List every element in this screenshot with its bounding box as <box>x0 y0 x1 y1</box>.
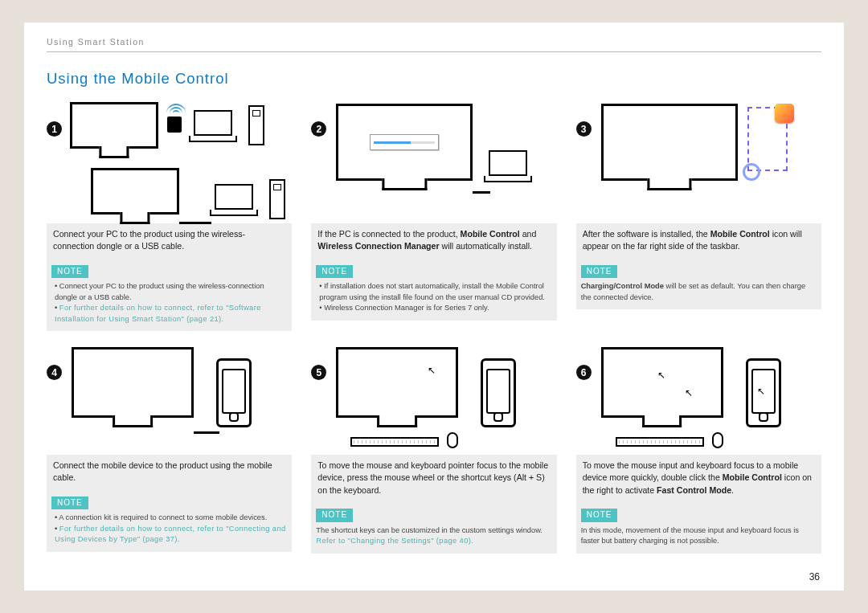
note-badge: NOTE <box>581 509 618 522</box>
note-text: In this mode, movement of the mouse inpu… <box>581 525 817 547</box>
step-caption: After the software is installed, the Mob… <box>576 223 821 258</box>
step-number: 4 <box>47 365 62 380</box>
note-block: NOTE Charging/Control Mode will be set a… <box>576 258 821 309</box>
note-block: NOTE Connect your PC to the product usin… <box>47 258 292 331</box>
step-caption: Connect your PC to the product using the… <box>47 223 292 258</box>
breadcrumb: Using Smart Station <box>47 37 821 52</box>
note-badge: NOTE <box>316 265 353 279</box>
cursor-icon: ↖ <box>685 387 693 398</box>
step-1: 1 <box>47 99 292 331</box>
step-2: 2 If the PC is connected to the product,… <box>311 99 556 331</box>
step-caption: Connect the mobile device to the product… <box>47 455 292 489</box>
mouse-icon <box>712 432 723 448</box>
note-item: For further details on how to connect, r… <box>55 303 287 325</box>
keyboard-icon <box>350 437 439 447</box>
note-badge: NOTE <box>51 497 88 510</box>
note-block: NOTE In this mode, movement of the mouse… <box>576 501 821 553</box>
cursor-icon: ↖ <box>428 365 436 376</box>
step-5: 5 ↖ To move the mouse and keyboard point… <box>311 342 556 554</box>
note-block: NOTE If installation does not start auto… <box>311 258 556 321</box>
note-item: A connection kit is required to connect … <box>55 513 287 523</box>
note-item: For further details on how to connect, r… <box>55 524 287 546</box>
note-badge: NOTE <box>316 509 353 522</box>
note-text: The shortcut keys can be customized in t… <box>316 525 551 547</box>
step-number: 2 <box>311 121 326 137</box>
note-badge: NOTE <box>51 265 88 279</box>
step-4: 4 Connect the mobile device to the produ… <box>47 342 292 554</box>
mobile-control-icon <box>775 104 794 123</box>
mouse-icon <box>447 432 458 448</box>
step-6: 6 ↖ ↖ ↖ To move the mouse input and keyb… <box>576 342 821 554</box>
step-3: 3 After the software is installed, the M… <box>576 99 821 331</box>
step-caption: To move the mouse input and keyboard foc… <box>576 455 821 501</box>
manual-page: Using Smart Station Using the Mobile Con… <box>24 22 844 591</box>
note-block: NOTE A connection kit is required to con… <box>47 489 292 552</box>
cursor-icon: ↖ <box>757 386 765 397</box>
page-title: Using the Mobile Control <box>47 70 821 88</box>
steps-grid: 1 <box>47 99 821 554</box>
note-block: NOTE The shortcut keys can be customized… <box>311 501 556 553</box>
step-number: 1 <box>47 121 62 137</box>
note-item: If installation does not start automatic… <box>319 281 551 303</box>
step-number: 6 <box>576 365 592 380</box>
note-item: Wireless Connection Manager is for Serie… <box>319 303 551 313</box>
note-text: Charging/Control Mode will be set as def… <box>581 281 817 303</box>
step-caption: To move the mouse and keyboard pointer f… <box>311 455 556 501</box>
step-number: 3 <box>576 121 592 137</box>
note-item: Connect your PC to the product using the… <box>55 281 287 303</box>
page-number: 36 <box>809 571 820 582</box>
step-caption: If the PC is connected to the product, M… <box>311 223 556 258</box>
magnifier-icon <box>743 163 760 181</box>
keyboard-icon <box>616 437 704 447</box>
cursor-icon: ↖ <box>657 370 665 381</box>
step-number: 5 <box>311 365 326 380</box>
note-badge: NOTE <box>581 265 618 279</box>
